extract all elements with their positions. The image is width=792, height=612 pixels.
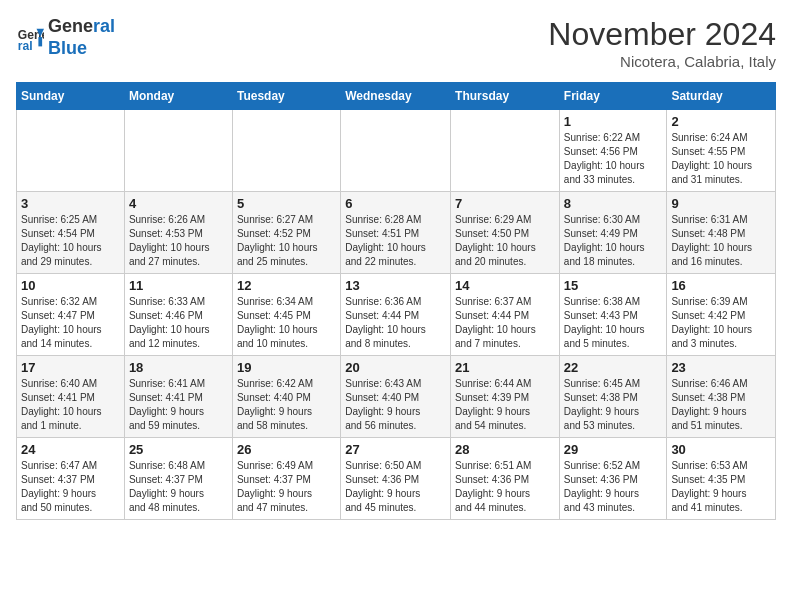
day-info: Sunrise: 6:27 AM Sunset: 4:52 PM Dayligh… <box>237 213 336 269</box>
day-number: 4 <box>129 196 228 211</box>
day-info: Sunrise: 6:40 AM Sunset: 4:41 PM Dayligh… <box>21 377 120 433</box>
day-info: Sunrise: 6:44 AM Sunset: 4:39 PM Dayligh… <box>455 377 555 433</box>
calendar-cell: 9Sunrise: 6:31 AM Sunset: 4:48 PM Daylig… <box>667 192 776 274</box>
day-number: 19 <box>237 360 336 375</box>
day-number: 2 <box>671 114 771 129</box>
day-number: 15 <box>564 278 663 293</box>
day-number: 6 <box>345 196 446 211</box>
page-header: Gene ral GeneralBlue November 2024 Nicot… <box>16 16 776 70</box>
day-info: Sunrise: 6:36 AM Sunset: 4:44 PM Dayligh… <box>345 295 446 351</box>
day-number: 16 <box>671 278 771 293</box>
calendar-cell: 25Sunrise: 6:48 AM Sunset: 4:37 PM Dayli… <box>124 438 232 520</box>
month-title: November 2024 <box>548 16 776 53</box>
day-number: 14 <box>455 278 555 293</box>
day-info: Sunrise: 6:41 AM Sunset: 4:41 PM Dayligh… <box>129 377 228 433</box>
svg-rect-3 <box>38 37 42 46</box>
day-info: Sunrise: 6:30 AM Sunset: 4:49 PM Dayligh… <box>564 213 663 269</box>
weekday-header-monday: Monday <box>124 83 232 110</box>
day-number: 22 <box>564 360 663 375</box>
day-number: 26 <box>237 442 336 457</box>
week-row-3: 10Sunrise: 6:32 AM Sunset: 4:47 PM Dayli… <box>17 274 776 356</box>
weekday-header-row: SundayMondayTuesdayWednesdayThursdayFrid… <box>17 83 776 110</box>
calendar-cell: 20Sunrise: 6:43 AM Sunset: 4:40 PM Dayli… <box>341 356 451 438</box>
day-number: 25 <box>129 442 228 457</box>
calendar-cell <box>451 110 560 192</box>
day-info: Sunrise: 6:22 AM Sunset: 4:56 PM Dayligh… <box>564 131 663 187</box>
day-info: Sunrise: 6:48 AM Sunset: 4:37 PM Dayligh… <box>129 459 228 515</box>
calendar-cell: 22Sunrise: 6:45 AM Sunset: 4:38 PM Dayli… <box>559 356 667 438</box>
calendar-cell: 28Sunrise: 6:51 AM Sunset: 4:36 PM Dayli… <box>451 438 560 520</box>
calendar-cell: 21Sunrise: 6:44 AM Sunset: 4:39 PM Dayli… <box>451 356 560 438</box>
calendar-cell: 8Sunrise: 6:30 AM Sunset: 4:49 PM Daylig… <box>559 192 667 274</box>
calendar-cell: 12Sunrise: 6:34 AM Sunset: 4:45 PM Dayli… <box>232 274 340 356</box>
calendar-cell: 30Sunrise: 6:53 AM Sunset: 4:35 PM Dayli… <box>667 438 776 520</box>
calendar-cell: 27Sunrise: 6:50 AM Sunset: 4:36 PM Dayli… <box>341 438 451 520</box>
logo-text: GeneralBlue <box>48 16 115 59</box>
day-number: 21 <box>455 360 555 375</box>
day-info: Sunrise: 6:42 AM Sunset: 4:40 PM Dayligh… <box>237 377 336 433</box>
calendar-cell: 6Sunrise: 6:28 AM Sunset: 4:51 PM Daylig… <box>341 192 451 274</box>
day-info: Sunrise: 6:31 AM Sunset: 4:48 PM Dayligh… <box>671 213 771 269</box>
calendar-cell: 2Sunrise: 6:24 AM Sunset: 4:55 PM Daylig… <box>667 110 776 192</box>
calendar-cell: 26Sunrise: 6:49 AM Sunset: 4:37 PM Dayli… <box>232 438 340 520</box>
week-row-1: 1Sunrise: 6:22 AM Sunset: 4:56 PM Daylig… <box>17 110 776 192</box>
day-number: 10 <box>21 278 120 293</box>
calendar-cell: 14Sunrise: 6:37 AM Sunset: 4:44 PM Dayli… <box>451 274 560 356</box>
calendar-body: 1Sunrise: 6:22 AM Sunset: 4:56 PM Daylig… <box>17 110 776 520</box>
calendar-cell: 19Sunrise: 6:42 AM Sunset: 4:40 PM Dayli… <box>232 356 340 438</box>
day-number: 27 <box>345 442 446 457</box>
day-info: Sunrise: 6:32 AM Sunset: 4:47 PM Dayligh… <box>21 295 120 351</box>
day-number: 1 <box>564 114 663 129</box>
day-number: 13 <box>345 278 446 293</box>
day-info: Sunrise: 6:52 AM Sunset: 4:36 PM Dayligh… <box>564 459 663 515</box>
logo-icon: Gene ral <box>16 24 44 52</box>
day-info: Sunrise: 6:33 AM Sunset: 4:46 PM Dayligh… <box>129 295 228 351</box>
day-info: Sunrise: 6:45 AM Sunset: 4:38 PM Dayligh… <box>564 377 663 433</box>
calendar-cell <box>341 110 451 192</box>
location: Nicotera, Calabria, Italy <box>548 53 776 70</box>
day-number: 3 <box>21 196 120 211</box>
weekday-header-friday: Friday <box>559 83 667 110</box>
calendar-cell: 7Sunrise: 6:29 AM Sunset: 4:50 PM Daylig… <box>451 192 560 274</box>
calendar-cell: 4Sunrise: 6:26 AM Sunset: 4:53 PM Daylig… <box>124 192 232 274</box>
day-info: Sunrise: 6:37 AM Sunset: 4:44 PM Dayligh… <box>455 295 555 351</box>
calendar-cell: 17Sunrise: 6:40 AM Sunset: 4:41 PM Dayli… <box>17 356 125 438</box>
calendar-cell <box>17 110 125 192</box>
day-info: Sunrise: 6:51 AM Sunset: 4:36 PM Dayligh… <box>455 459 555 515</box>
calendar-cell: 24Sunrise: 6:47 AM Sunset: 4:37 PM Dayli… <box>17 438 125 520</box>
calendar-cell <box>124 110 232 192</box>
weekday-header-sunday: Sunday <box>17 83 125 110</box>
day-number: 9 <box>671 196 771 211</box>
day-info: Sunrise: 6:29 AM Sunset: 4:50 PM Dayligh… <box>455 213 555 269</box>
calendar-cell: 3Sunrise: 6:25 AM Sunset: 4:54 PM Daylig… <box>17 192 125 274</box>
calendar-cell: 1Sunrise: 6:22 AM Sunset: 4:56 PM Daylig… <box>559 110 667 192</box>
day-info: Sunrise: 6:46 AM Sunset: 4:38 PM Dayligh… <box>671 377 771 433</box>
calendar-cell: 16Sunrise: 6:39 AM Sunset: 4:42 PM Dayli… <box>667 274 776 356</box>
day-info: Sunrise: 6:28 AM Sunset: 4:51 PM Dayligh… <box>345 213 446 269</box>
day-number: 5 <box>237 196 336 211</box>
day-info: Sunrise: 6:43 AM Sunset: 4:40 PM Dayligh… <box>345 377 446 433</box>
day-number: 29 <box>564 442 663 457</box>
day-info: Sunrise: 6:24 AM Sunset: 4:55 PM Dayligh… <box>671 131 771 187</box>
day-info: Sunrise: 6:34 AM Sunset: 4:45 PM Dayligh… <box>237 295 336 351</box>
calendar-cell: 23Sunrise: 6:46 AM Sunset: 4:38 PM Dayli… <box>667 356 776 438</box>
calendar-cell: 10Sunrise: 6:32 AM Sunset: 4:47 PM Dayli… <box>17 274 125 356</box>
week-row-5: 24Sunrise: 6:47 AM Sunset: 4:37 PM Dayli… <box>17 438 776 520</box>
weekday-header-thursday: Thursday <box>451 83 560 110</box>
svg-text:ral: ral <box>18 39 33 52</box>
weekday-header-wednesday: Wednesday <box>341 83 451 110</box>
calendar-cell <box>232 110 340 192</box>
calendar-cell: 18Sunrise: 6:41 AM Sunset: 4:41 PM Dayli… <box>124 356 232 438</box>
day-info: Sunrise: 6:49 AM Sunset: 4:37 PM Dayligh… <box>237 459 336 515</box>
day-number: 23 <box>671 360 771 375</box>
calendar-cell: 29Sunrise: 6:52 AM Sunset: 4:36 PM Dayli… <box>559 438 667 520</box>
day-info: Sunrise: 6:26 AM Sunset: 4:53 PM Dayligh… <box>129 213 228 269</box>
calendar-cell: 15Sunrise: 6:38 AM Sunset: 4:43 PM Dayli… <box>559 274 667 356</box>
day-info: Sunrise: 6:39 AM Sunset: 4:42 PM Dayligh… <box>671 295 771 351</box>
day-info: Sunrise: 6:47 AM Sunset: 4:37 PM Dayligh… <box>21 459 120 515</box>
day-info: Sunrise: 6:25 AM Sunset: 4:54 PM Dayligh… <box>21 213 120 269</box>
day-number: 11 <box>129 278 228 293</box>
day-number: 8 <box>564 196 663 211</box>
weekday-header-saturday: Saturday <box>667 83 776 110</box>
calendar-cell: 11Sunrise: 6:33 AM Sunset: 4:46 PM Dayli… <box>124 274 232 356</box>
